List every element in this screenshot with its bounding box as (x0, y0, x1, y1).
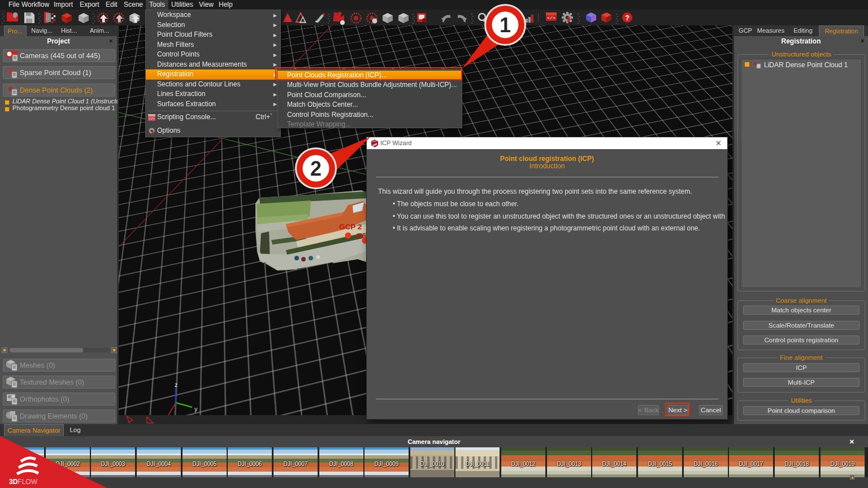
svg-text:</>: </> (547, 15, 555, 20)
svg-text:3DFLOW: 3DFLOW (9, 478, 38, 486)
svg-text:?: ? (625, 14, 630, 22)
svg-text:2: 2 (310, 157, 322, 180)
svg-text:z: z (175, 381, 178, 388)
svg-text:1: 1 (500, 14, 511, 37)
svg-text:y: y (194, 406, 198, 412)
svg-text:</>: </> (149, 117, 155, 121)
svg-text:GCP 2: GCP 2 (339, 223, 362, 231)
